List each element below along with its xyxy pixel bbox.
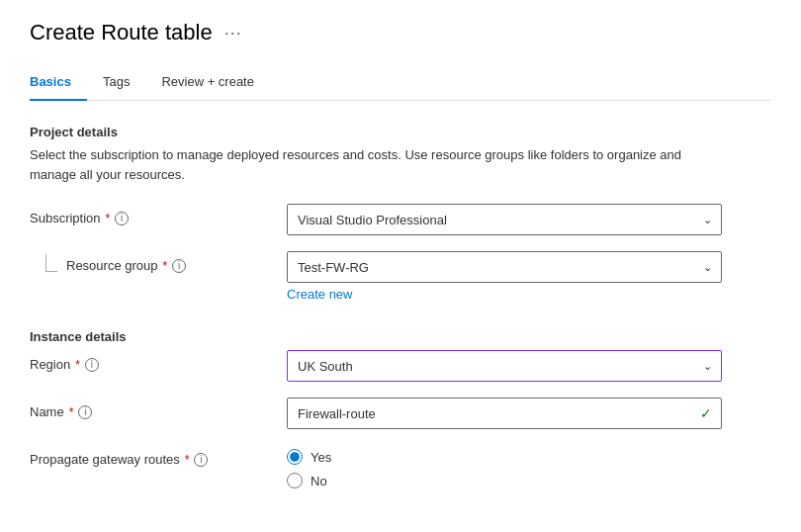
region-control: UK South ⌄: [287, 350, 722, 382]
name-label-col: Name * i: [30, 398, 287, 419]
region-label-col: Region * i: [30, 350, 287, 372]
name-input[interactable]: [287, 398, 722, 429]
page-header: Create Route table ···: [30, 20, 771, 45]
region-label: Region: [30, 357, 70, 372]
resource-group-select[interactable]: Test-FW-RG: [287, 251, 722, 283]
propagate-radio-group: Yes No: [287, 445, 722, 488]
page-title: Create Route table: [30, 20, 213, 45]
subscription-row: Subscription * i Visual Studio Professio…: [30, 204, 771, 235]
propagate-no-radio[interactable]: [287, 473, 303, 488]
propagate-label: Propagate gateway routes: [30, 452, 180, 467]
resource-group-label-col: Resource group * i: [30, 251, 287, 273]
instance-details-title: Instance details: [30, 329, 771, 344]
region-required: *: [75, 358, 80, 372]
name-info-icon[interactable]: i: [78, 405, 92, 419]
propagate-no-option[interactable]: No: [287, 473, 722, 488]
project-details-section: Project details Select the subscription …: [30, 125, 771, 302]
propagate-gateway-routes-row: Propagate gateway routes * i Yes No: [30, 445, 771, 488]
propagate-yes-option[interactable]: Yes: [287, 449, 722, 465]
propagate-label-col: Propagate gateway routes * i: [30, 445, 287, 467]
project-details-title: Project details: [30, 125, 771, 139]
resource-group-select-wrapper: Test-FW-RG ⌄: [287, 251, 722, 283]
name-label: Name: [30, 404, 64, 419]
subscription-control: Visual Studio Professional ⌄: [287, 204, 722, 235]
tab-bar: Basics Tags Review + create: [30, 65, 771, 101]
name-required: *: [69, 405, 74, 419]
tab-basics[interactable]: Basics: [30, 66, 87, 101]
propagate-control: Yes No: [287, 445, 722, 488]
name-control: ✓: [287, 398, 722, 429]
resource-group-label: Resource group: [66, 258, 158, 273]
subscription-select[interactable]: Visual Studio Professional: [287, 204, 722, 235]
name-input-wrapper: ✓: [287, 398, 722, 429]
subscription-required: *: [106, 212, 111, 225]
tab-review-create[interactable]: Review + create: [161, 66, 270, 101]
propagate-yes-radio[interactable]: [287, 449, 303, 465]
subscription-info-icon[interactable]: i: [115, 212, 129, 225]
region-info-icon[interactable]: i: [85, 358, 99, 372]
resource-group-row: Resource group * i Test-FW-RG ⌄ Create n…: [30, 251, 771, 302]
subscription-label: Subscription: [30, 211, 101, 225]
propagate-required: *: [185, 453, 190, 467]
region-select[interactable]: UK South: [287, 350, 722, 382]
propagate-no-label: No: [311, 474, 327, 488]
project-details-description: Select the subscription to manage deploy…: [30, 145, 722, 184]
resource-group-control: Test-FW-RG ⌄ Create new: [287, 251, 722, 302]
region-row: Region * i UK South ⌄: [30, 350, 771, 382]
create-new-link[interactable]: Create new: [287, 287, 352, 302]
instance-details-section: Instance details Region * i UK South ⌄ N…: [30, 329, 771, 488]
resource-group-required: *: [163, 259, 168, 273]
name-check-icon: ✓: [700, 405, 712, 421]
indent-connector: [45, 254, 57, 272]
subscription-select-wrapper: Visual Studio Professional ⌄: [287, 204, 722, 235]
resource-group-info-icon[interactable]: i: [172, 259, 186, 273]
more-options-icon[interactable]: ···: [224, 23, 242, 44]
subscription-label-col: Subscription * i: [30, 204, 287, 225]
region-select-wrapper: UK South ⌄: [287, 350, 722, 382]
propagate-info-icon[interactable]: i: [194, 453, 208, 467]
name-row: Name * i ✓: [30, 398, 771, 429]
propagate-yes-label: Yes: [311, 450, 331, 465]
tab-tags[interactable]: Tags: [103, 66, 145, 101]
